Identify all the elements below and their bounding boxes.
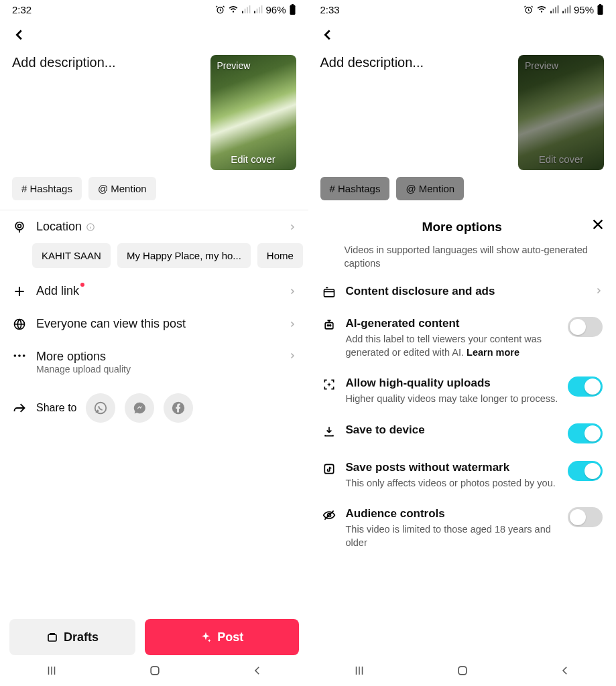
svg-rect-6 [257,9,258,13]
add-link-row[interactable]: Add link [0,275,308,307]
share-label: Share to [36,402,76,414]
svg-point-11 [15,222,23,230]
save-device-title: Save to device [346,423,559,437]
recents-icon[interactable] [45,665,58,677]
messenger-icon[interactable] [125,393,154,423]
battery-icon [289,4,296,15]
video-preview-thumbnail[interactable]: Preview Edit cover [210,55,296,170]
audience-title: Audience controls [346,507,559,521]
svg-point-36 [329,325,330,326]
svg-rect-4 [249,5,251,13]
svg-rect-27 [562,11,564,13]
svg-rect-26 [558,5,559,13]
svg-point-16 [18,354,21,357]
hashtags-chip: # Hashtags [320,177,390,200]
svg-rect-20 [48,634,56,641]
add-link-label: Add link [36,284,79,298]
plus-icon [12,285,27,298]
description-input: Add description... [320,55,511,170]
home-icon[interactable] [456,664,469,677]
close-icon[interactable] [591,217,605,232]
preview-label: Preview [217,60,251,71]
svg-rect-2 [245,9,246,13]
signal-icon-2 [562,5,571,14]
location-pin-icon [12,220,27,234]
wifi-icon [228,5,239,14]
location-row[interactable]: Location [0,210,308,243]
post-button[interactable]: Post [145,619,299,655]
svg-rect-33 [324,289,334,297]
home-icon[interactable] [148,664,162,677]
drafts-button[interactable]: Drafts [9,619,135,655]
svg-rect-3 [247,7,249,13]
status-icons: 96% [215,4,296,15]
description-input[interactable]: Add description... [12,55,202,170]
ai-subtitle: Add this label to tell viewers your cont… [346,330,559,359]
ad-card-icon [322,285,336,299]
svg-rect-1 [243,11,244,13]
android-navbar [0,655,308,686]
ai-toggle[interactable] [568,317,603,337]
mention-chip: @ Mention [396,177,464,200]
share-row: Share to [0,384,308,432]
preview-label: Preview [525,60,558,71]
android-navbar [308,655,617,686]
location-chip[interactable]: Home [257,243,303,268]
ai-content-row: AI-generated content Add this label to t… [322,307,603,367]
svg-rect-23 [550,11,552,13]
svg-point-15 [14,354,17,357]
back-nav-icon[interactable] [559,665,571,677]
battery-percent: 96% [265,4,286,15]
alarm-icon [523,5,534,15]
more-options-row[interactable]: More options Manage upload quality [0,340,308,384]
captions-intro: Videos in supported languages will show … [308,244,617,275]
chevron-right-icon [595,285,603,297]
edit-cover-button: Edit cover [518,153,604,165]
share-arrow-icon [12,401,27,415]
disclosure-label: Content disclosure and ads [346,285,586,298]
svg-rect-21 [151,667,159,675]
audience-toggle[interactable] [568,507,603,527]
svg-rect-5 [255,11,256,13]
svg-point-12 [18,224,21,227]
chevron-right-icon [288,221,296,233]
svg-rect-25 [555,7,556,13]
content-disclosure-row[interactable]: Content disclosure and ads [322,275,603,307]
svg-rect-10 [291,4,293,5]
location-chip[interactable]: My Happy Place, my ho... [117,243,251,268]
location-label: Location [36,220,82,234]
edit-cover-button[interactable]: Edit cover [210,153,296,165]
wifi-icon [536,5,547,14]
signal-icon [241,5,251,14]
hq-toggle[interactable] [568,376,603,397]
location-chip[interactable]: KAHIT SAAN [32,243,111,268]
status-time: 2:32 [12,4,32,15]
svg-rect-31 [598,5,603,15]
learn-more-link[interactable]: Learn more [467,347,519,358]
watermark-toggle[interactable] [568,461,603,481]
watermark-title: Save posts without watermark [346,461,559,474]
mention-chip[interactable]: @ Mention [88,177,156,200]
eye-off-icon [322,507,336,522]
back-nav-icon[interactable] [251,665,263,677]
save-device-row: Save to device [322,414,603,452]
facebook-icon[interactable] [164,393,193,423]
hashtags-chip[interactable]: # Hashtags [12,177,82,200]
svg-rect-39 [458,667,467,675]
more-options-sheet: More options Videos in supported languag… [308,210,617,655]
ellipsis-icon [12,350,27,358]
more-options-screen: 2:33 95% Add description... Preview Edit… [308,0,617,686]
signal-icon-2 [253,5,263,14]
visibility-row[interactable]: Everyone can view this post [0,307,308,340]
back-icon [320,27,335,42]
ai-title: AI-generated content [346,317,559,330]
whatsapp-icon[interactable] [86,393,115,423]
back-icon[interactable] [12,27,27,42]
svg-rect-30 [570,5,571,13]
recents-icon[interactable] [353,665,366,677]
download-icon [322,423,336,438]
svg-rect-28 [565,9,566,13]
save-device-toggle[interactable] [568,423,603,443]
post-label: Post [217,630,243,644]
post-compose-screen: 2:32 96% Add description... [0,0,308,686]
